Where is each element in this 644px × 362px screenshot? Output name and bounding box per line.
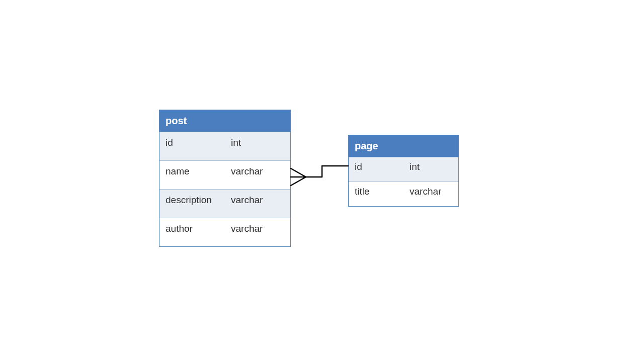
column-type: int	[225, 132, 290, 160]
column-type: varchar	[404, 182, 458, 206]
entity-post-row-author: author varchar	[159, 218, 290, 246]
entity-post-title: post	[166, 115, 187, 126]
entity-page-header: page	[349, 135, 458, 157]
column-name: author	[159, 218, 225, 246]
column-name: id	[159, 132, 225, 160]
column-name: name	[159, 161, 225, 189]
entity-post-row-description: description varchar	[159, 189, 290, 218]
column-name: title	[349, 182, 404, 206]
column-type: varchar	[225, 190, 290, 218]
entity-page-row-title: title varchar	[349, 182, 458, 206]
relationship-connector	[0, 0, 644, 362]
entity-post-row-name: name varchar	[159, 160, 290, 189]
column-name: id	[349, 157, 404, 182]
entity-post-row-id: id int	[159, 132, 290, 160]
entity-post: post id int name varchar description var…	[159, 110, 291, 247]
entity-page: page id int title varchar	[348, 135, 459, 207]
entity-page-title: page	[355, 140, 378, 151]
entity-post-header: post	[159, 110, 290, 132]
column-type: varchar	[225, 218, 290, 246]
column-type: int	[404, 157, 458, 182]
column-type: varchar	[225, 161, 290, 189]
column-name: description	[159, 190, 225, 218]
entity-page-row-id: id int	[349, 157, 458, 182]
